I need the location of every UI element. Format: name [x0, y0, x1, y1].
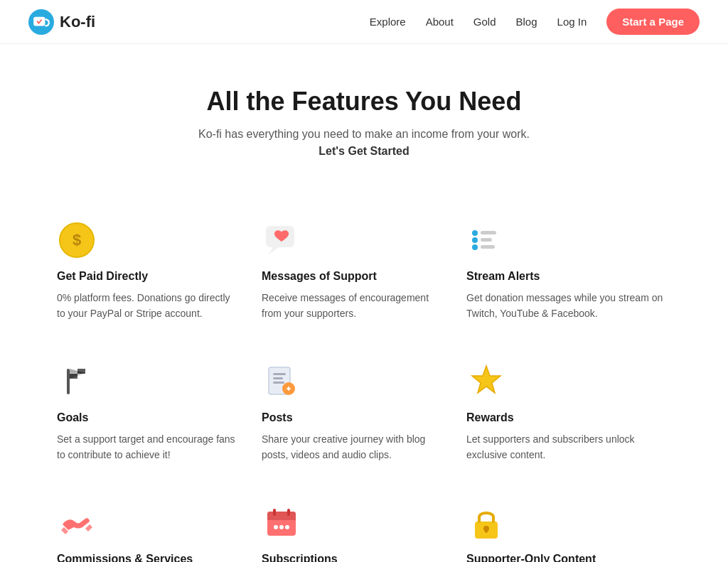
nav-blog[interactable]: Blog [516, 16, 537, 28]
feature-stream-desc: Get donation messages while you stream o… [466, 290, 671, 322]
svg-rect-13 [67, 369, 70, 394]
feature-messages-title: Messages of Support [262, 270, 445, 283]
flag-icon [57, 362, 97, 401]
posts-icon [262, 362, 301, 401]
svg-rect-26 [288, 387, 289, 391]
feature-posts-desc: Share your creative journey with blog po… [262, 431, 445, 463]
svg-rect-22 [273, 377, 283, 379]
logo-text: Ko-fi [60, 13, 95, 31]
svg-marker-27 [472, 366, 500, 393]
svg-rect-8 [481, 231, 496, 234]
svg-rect-23 [273, 382, 284, 384]
feature-commissions: Commissions & Services Let fans buy uniq… [57, 483, 262, 562]
star-icon [466, 362, 506, 401]
svg-rect-1 [33, 16, 45, 26]
feature-rewards-desc: Let supporters and subscribers unlock ex… [466, 431, 671, 463]
feature-goals: Goals Set a support target and encourage… [57, 342, 262, 483]
nav-about[interactable]: About [426, 16, 454, 28]
feature-supporter-content: Supporter-Only Content Make exclusive co… [466, 483, 671, 562]
svg-text:$: $ [73, 231, 81, 249]
svg-rect-38 [485, 529, 488, 533]
hero-cta-link[interactable]: Let's Get Started [318, 145, 409, 157]
svg-point-9 [472, 237, 478, 243]
svg-rect-19 [77, 374, 85, 379]
hero-title: All the Features You Need [28, 87, 700, 117]
feature-subscriptions-title: Subscriptions [262, 553, 445, 562]
feature-messages: Messages of Support Receive messages of … [262, 200, 466, 342]
feature-stream: Stream Alerts Get donation messages whil… [466, 200, 671, 342]
svg-rect-21 [273, 373, 286, 375]
feature-stream-title: Stream Alerts [466, 270, 671, 283]
hero-subtitle: Ko-fi has everything you need to make an… [28, 128, 700, 141]
subscriptions-icon [262, 503, 301, 543]
svg-point-35 [285, 525, 289, 529]
svg-point-33 [274, 525, 278, 529]
logo-icon [28, 9, 54, 35]
svg-rect-17 [77, 369, 85, 374]
svg-rect-18 [70, 374, 77, 379]
main-nav: Explore About Gold Blog Log In Start a P… [370, 9, 700, 35]
feature-commissions-title: Commissions & Services [57, 553, 240, 562]
svg-rect-16 [70, 369, 77, 374]
feature-get-paid-desc: 0% platform fees. Donations go directly … [57, 290, 240, 322]
hero-section: All the Features You Need Ko-fi has ever… [0, 44, 728, 186]
feature-posts-title: Posts [262, 411, 445, 424]
feature-rewards-title: Rewards [466, 411, 671, 424]
svg-point-11 [472, 244, 478, 250]
start-page-button[interactable]: Start a Page [606, 9, 700, 35]
nav-gold[interactable]: Gold [473, 16, 496, 28]
nav-login[interactable]: Log In [557, 16, 587, 28]
lock-icon [466, 503, 506, 543]
feature-posts: Posts Share your creative journey with b… [262, 342, 466, 483]
svg-point-34 [279, 525, 284, 529]
feature-goals-desc: Set a support target and encourage fans … [57, 431, 240, 463]
commissions-icon [57, 503, 97, 543]
feature-messages-desc: Receive messages of encouragement from y… [262, 290, 445, 322]
logo[interactable]: Ko-fi [28, 9, 95, 35]
svg-rect-32 [287, 509, 290, 516]
svg-rect-10 [481, 238, 492, 242]
svg-rect-12 [481, 245, 495, 249]
heart-bubble-icon [262, 220, 301, 260]
coin-icon: $ [57, 220, 97, 260]
svg-marker-6 [269, 247, 279, 254]
svg-rect-31 [273, 509, 276, 516]
feature-get-paid-title: Get Paid Directly [57, 270, 240, 283]
svg-point-7 [472, 230, 478, 236]
features-grid: $ Get Paid Directly 0% platform fees. Do… [0, 186, 728, 562]
nav-explore[interactable]: Explore [370, 16, 406, 28]
feature-rewards: Rewards Let supporters and subscribers u… [466, 342, 671, 483]
stream-icon [466, 220, 506, 260]
feature-get-paid: $ Get Paid Directly 0% platform fees. Do… [57, 200, 262, 342]
feature-subscriptions: Subscriptions Make a regular, reliable i… [262, 483, 466, 562]
feature-goals-title: Goals [57, 411, 240, 424]
feature-supporter-content-title: Supporter-Only Content [466, 553, 671, 562]
svg-rect-30 [267, 517, 296, 520]
